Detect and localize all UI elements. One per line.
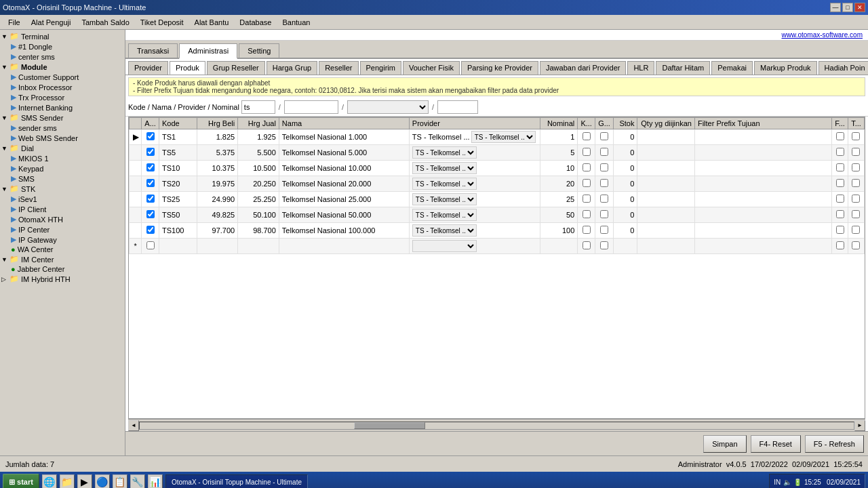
subtab-reseller[interactable]: Reseller — [319, 61, 358, 75]
row-f-checkbox[interactable] — [836, 195, 844, 203]
sidebar-item-sender-sms[interactable]: ▶ sender sms — [1, 123, 123, 133]
scrollbar-track[interactable] — [139, 422, 854, 430]
taskbar-app1-icon[interactable]: 📋 — [113, 474, 127, 488]
sidebar-item-jabber[interactable]: ● Jabber Center — [1, 264, 123, 274]
new-row-g-checkbox[interactable] — [600, 241, 608, 249]
subtab-grup-reseller[interactable]: Grup Reseller — [207, 61, 265, 75]
col-header-kode[interactable]: Kode — [159, 118, 197, 129]
sidebar-item-sms[interactable]: ▶ SMS — [1, 174, 123, 184]
menu-tiket-deposit[interactable]: Tiket Deposit — [135, 17, 189, 28]
maximize-button[interactable]: □ — [842, 3, 853, 12]
row-f-checkbox[interactable] — [836, 226, 844, 234]
reset-button[interactable]: F4- Reset — [751, 435, 801, 453]
taskbar-app3-icon[interactable]: 📊 — [148, 474, 163, 488]
row-active-checkbox[interactable] — [146, 179, 155, 187]
row-g-checkbox[interactable] — [600, 210, 608, 218]
sidebar-item-keypad[interactable]: ▶ Keypad — [1, 163, 123, 174]
subtab-hadiah[interactable]: Hadiah Poin — [818, 61, 868, 75]
row-f-checkbox[interactable] — [836, 163, 844, 171]
row-t-checkbox[interactable] — [852, 148, 860, 156]
row-active-checkbox[interactable] — [146, 226, 155, 234]
sidebar-item-sms-sender[interactable]: ▼ 📁 SMS Sender — [1, 113, 123, 123]
sidebar-item-trx-processor[interactable]: ▶ Trx Processor — [1, 92, 123, 102]
tab-transaksi[interactable]: Transaksi — [128, 43, 178, 58]
table-new-row[interactable]: * — [130, 239, 865, 254]
taskbar-app2-icon[interactable]: 🔧 — [130, 474, 145, 488]
subtab-parsing[interactable]: Parsing ke Provider — [461, 61, 538, 75]
website-link[interactable]: www.otomax-software.com — [782, 31, 863, 39]
row-f-checkbox[interactable] — [836, 148, 844, 156]
row-t-checkbox[interactable] — [852, 163, 860, 171]
sidebar-item-center-sms[interactable]: ▶ center sms — [1, 52, 123, 62]
row-k-checkbox[interactable] — [583, 210, 591, 218]
row-active-checkbox[interactable] — [146, 148, 155, 156]
menu-bantuan[interactable]: Bantuan — [277, 17, 315, 28]
row-g-checkbox[interactable] — [600, 148, 608, 156]
new-row-f-checkbox[interactable] — [836, 241, 844, 249]
row-active-checkbox[interactable] — [146, 195, 155, 203]
menu-alat-bantu[interactable]: Alat Bantu — [189, 17, 235, 28]
subtab-jawaban[interactable]: Jawaban dari Provider — [540, 61, 626, 75]
table-row[interactable]: TS50 49.825 50.100 Telkomsel Nasional 50… — [130, 207, 865, 223]
sidebar-item-internet-banking[interactable]: ▶ Internet Banking — [1, 102, 123, 113]
row-g-checkbox[interactable] — [600, 195, 608, 203]
sidebar-item-otomax-hth[interactable]: ▶ OtomaX HTH — [1, 214, 123, 224]
row-k-checkbox[interactable] — [583, 148, 591, 156]
subtab-produk[interactable]: Produk — [170, 61, 205, 75]
close-button[interactable]: ✕ — [854, 3, 865, 12]
tab-administrasi[interactable]: Administrasi — [179, 43, 237, 59]
subtab-pengirim[interactable]: Pengirim — [360, 61, 401, 75]
new-row-provider-select[interactable] — [412, 240, 477, 252]
provider-select[interactable]: TS - Telkomsel ... — [412, 224, 477, 237]
row-t-checkbox[interactable] — [852, 226, 860, 234]
table-row[interactable]: ▶ TS1 1.825 1.925 Telkomsel Nasional 1.0… — [130, 129, 865, 145]
sidebar-item-module[interactable]: ▼ 📁 Module — [1, 62, 123, 72]
filter-kode-input[interactable] — [241, 100, 275, 114]
table-row[interactable]: TS25 24.990 25.250 Telkomsel Nasional 25… — [130, 192, 865, 207]
filter-provider-dropdown[interactable] — [347, 100, 429, 114]
table-row[interactable]: TS10 10.375 10.500 Telkomsel Nasional 10… — [130, 161, 865, 176]
table-row[interactable]: TS20 19.975 20.250 Telkomsel Nasional 20… — [130, 176, 865, 192]
sidebar-item-web-sms[interactable]: ▶ Web SMS Sender — [1, 133, 123, 143]
menu-alat-penguji[interactable]: Alat Penguji — [26, 17, 77, 28]
row-t-checkbox[interactable] — [852, 210, 860, 218]
row-active-checkbox[interactable] — [146, 210, 155, 218]
sidebar-item-ip-gateway[interactable]: ▶ IP Gateway — [1, 235, 123, 245]
provider-select[interactable]: TS - Telkomsel ... — [412, 162, 477, 174]
taskbar-folder-icon[interactable]: 📁 — [60, 474, 75, 488]
provider-select[interactable]: TS - Telkomsel ... — [412, 146, 477, 159]
col-header-hrg-beli[interactable]: Hrg Beli — [197, 118, 238, 129]
sidebar-item-stk[interactable]: ▼ 📁 STK — [1, 184, 123, 194]
refresh-button[interactable]: F5 - Refresh — [805, 435, 864, 453]
scroll-left-button[interactable]: ◄ — [128, 420, 139, 431]
col-header-hrg-jual[interactable]: Hrg Jual — [238, 118, 279, 129]
col-header-filter-prefix[interactable]: Filter Prefix Tujuan — [694, 118, 831, 129]
col-header-qty[interactable]: Qty yg diijinkan — [637, 118, 694, 129]
provider-select[interactable]: TS - Telkomsel ... — [412, 209, 477, 221]
sidebar-item-mkios[interactable]: ▶ MKIOS 1 — [1, 153, 123, 163]
row-k-checkbox[interactable] — [583, 195, 591, 203]
row-k-checkbox[interactable] — [583, 163, 591, 171]
new-row-t-checkbox[interactable] — [852, 241, 860, 249]
row-k-checkbox[interactable] — [583, 179, 591, 187]
row-t-checkbox[interactable] — [852, 179, 860, 187]
menu-database[interactable]: Database — [234, 17, 277, 28]
start-button[interactable]: ⊞ start — [3, 474, 39, 488]
subtab-hlr[interactable]: HLR — [627, 61, 654, 75]
scrollbar-thumb[interactable] — [354, 422, 425, 429]
row-f-checkbox[interactable] — [836, 132, 844, 140]
new-row-k-checkbox[interactable] — [583, 241, 591, 249]
subtab-daftar-hitam[interactable]: Daftar Hitam — [656, 61, 710, 75]
table-row[interactable]: TS5 5.375 5.500 Telkomsel Nasional 5.000… — [130, 145, 865, 161]
taskbar-media-icon[interactable]: ▶ — [77, 474, 92, 488]
sidebar-item-isev1[interactable]: ▶ iSev1 — [1, 194, 123, 204]
sidebar-item-ip-center[interactable]: ▶ IP Center — [1, 224, 123, 235]
menu-tambah-saldo[interactable]: Tambah Saldo — [76, 17, 134, 28]
sidebar-item-customer-support[interactable]: ▶ Customer Support — [1, 72, 123, 82]
sidebar-item-im-center[interactable]: ▼ 📁 IM Center — [1, 254, 123, 264]
sidebar-item-wa-center[interactable]: ● WA Center — [1, 245, 123, 254]
row-g-checkbox[interactable] — [600, 179, 608, 187]
subtab-markup[interactable]: Markup Produk — [754, 61, 817, 75]
table-row[interactable]: TS100 97.700 98.700 Telkomsel Nasional 1… — [130, 223, 865, 239]
row-k-checkbox[interactable] — [583, 226, 591, 234]
